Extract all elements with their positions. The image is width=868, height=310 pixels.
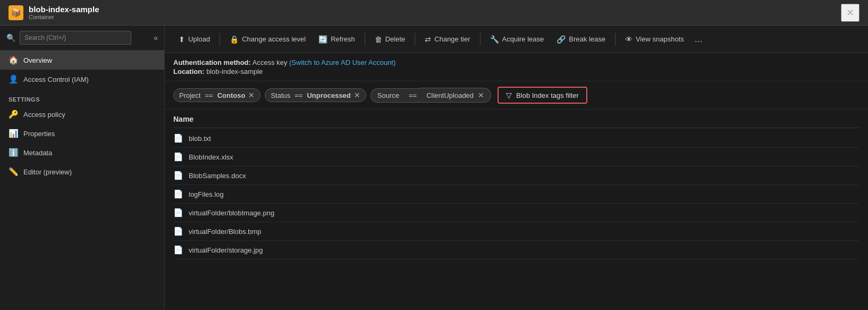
break-lease-button[interactable]: 🔗 Break lease [551,32,611,47]
search-icon: 🔍 [6,33,15,42]
project-filter-op: == [204,91,214,99]
upload-icon: ⬆ [179,35,185,44]
blob-index-btn-label: Blob Index tags filter [516,91,579,99]
change-tier-button[interactable]: ⇄ Change tier [419,32,475,47]
main-layout: 🔍 « 🏠 Overview 👤 Access Control (IAM) Se… [0,26,868,310]
change-access-level-label: Change access level [242,35,306,43]
source-filter-key[interactable]: Source [370,88,406,103]
editor-icon: ✏️ [9,167,18,177]
collapse-button[interactable]: « [154,33,158,42]
project-filter-key: Project [179,91,200,99]
upload-button[interactable]: ⬆ Upload [173,32,215,47]
filter-bar: Project == Contoso ✕ Status == Unprocess… [165,81,868,110]
metadata-icon: ℹ️ [9,148,18,157]
file-icon-1: 📄 [173,133,183,143]
refresh-icon: 🔄 [318,35,327,44]
change-tier-icon: ⇄ [425,35,431,44]
toolbar-separator-4 [480,33,481,46]
title-bar: 📦 blob-index-sample Container ✕ [0,0,868,26]
file-name-2: BlobIndex.xlsx [189,153,233,161]
toolbar-separator-1 [220,33,220,46]
source-filter-value: ClientUploaded [426,91,474,99]
search-input[interactable] [20,31,131,45]
sidebar-nav: 🏠 Overview 👤 Access Control (IAM) Settin… [0,51,164,310]
file-name-1: blob.txt [189,135,211,143]
auth-method-label: Authentication method: [173,58,251,66]
file-row[interactable]: 📄 logFiles.log [173,185,859,204]
container-icon: 📦 [9,5,23,20]
location-label: Location: [173,68,205,76]
file-row[interactable]: 📄 virtualFolder/Blobs.bmp [173,222,859,241]
toolbar-separator-5 [615,33,616,46]
refresh-label: Refresh [331,35,355,43]
app-subtitle: Container [29,14,99,20]
sidebar-item-iam[interactable]: 👤 Access Control (IAM) [0,70,164,89]
status-filter-close[interactable]: ✕ [354,91,360,99]
view-snapshots-icon: 👁 [625,35,633,44]
file-name-3: BlobSamples.docx [189,172,246,180]
file-row[interactable]: 📄 BlobIndex.xlsx [173,148,859,166]
file-name-5: virtualFolder/blobImage.png [189,209,274,217]
source-filter-op: == [406,88,420,103]
toolbar-separator-3 [415,33,415,46]
project-filter-value: Contoso [217,91,246,99]
file-row[interactable]: 📄 blob.txt [173,129,859,148]
sidebar-search-bar: 🔍 « [0,26,164,51]
location-value: blob-index-sample [206,68,263,76]
sidebar-item-editor[interactable]: ✏️ Editor (preview) [0,162,164,181]
properties-icon: 📊 [9,129,18,138]
app-title: blob-index-sample [29,5,99,14]
source-filter-close[interactable]: ✕ [478,91,484,99]
sidebar-item-access-policy[interactable]: 🔑 Access policy [0,105,164,124]
title-text: blob-index-sample Container [29,5,99,20]
sidebar-item-overview[interactable]: 🏠 Overview [0,51,164,70]
close-button[interactable]: ✕ [841,4,859,22]
acquire-lease-label: Acquire lease [502,35,544,43]
status-filter-op: == [293,91,304,99]
file-name-6: virtualFolder/Blobs.bmp [189,228,262,236]
toolbar: ⬆ Upload 🔒 Change access level 🔄 Refresh… [165,26,868,53]
toolbar-separator-2 [365,33,365,46]
sidebar-item-label-overview: Overview [23,56,52,64]
file-row[interactable]: 📄 virtualFolder/storage.jpg [173,241,859,259]
status-filter-value: Unprocessed [307,91,350,99]
status-filter-key: Status [271,91,290,99]
sidebar-item-label-metadata: Metadata [23,149,52,157]
more-options-button[interactable]: ... [692,31,706,47]
file-row[interactable]: 📄 BlobSamples.docx [173,166,859,185]
sidebar-item-label-editor: Editor (preview) [23,168,72,176]
switch-account-link[interactable]: (Switch to Azure AD User Account) [289,58,395,66]
settings-section-label: Settings [0,89,164,105]
project-filter-close[interactable]: ✕ [248,91,255,99]
filter-funnel-icon: ▽ [506,91,512,99]
project-filter-tag[interactable]: Project == Contoso ✕ [173,88,260,102]
name-column-header: Name [173,115,193,123]
iam-icon: 👤 [9,74,18,84]
file-icon-2: 📄 [173,152,183,162]
sidebar: 🔍 « 🏠 Overview 👤 Access Control (IAM) Se… [0,26,165,310]
sidebar-item-properties[interactable]: 📊 Properties [0,124,164,143]
file-row[interactable]: 📄 virtualFolder/blobImage.png [173,204,859,222]
delete-button[interactable]: 🗑 Delete [369,32,411,47]
upload-label: Upload [188,35,210,43]
change-access-level-button[interactable]: 🔒 Change access level [224,32,311,47]
change-tier-label: Change tier [434,35,470,43]
source-filter-group: Source == ClientUploaded ✕ [370,88,491,103]
status-filter-tag[interactable]: Status == Unprocessed ✕ [265,88,366,102]
source-filter-value-box[interactable]: ClientUploaded ✕ [420,88,491,103]
location-line: Location: blob-index-sample [173,68,859,76]
sidebar-item-metadata[interactable]: ℹ️ Metadata [0,143,164,162]
access-policy-icon: 🔑 [9,110,18,119]
overview-icon: 🏠 [9,55,18,65]
file-name-7: virtualFolder/storage.jpg [189,246,263,254]
auth-method-value: Access key [252,58,289,66]
refresh-button[interactable]: 🔄 Refresh [313,32,360,47]
blob-index-tags-filter-button[interactable]: ▽ Blob Index tags filter [498,87,587,104]
acquire-lease-button[interactable]: 🔧 Acquire lease [485,32,550,47]
view-snapshots-button[interactable]: 👁 View snapshots [620,32,689,47]
sidebar-item-label-iam: Access Control (IAM) [23,76,89,83]
file-icon-7: 📄 [173,245,183,255]
file-list-header: Name [173,110,859,128]
delete-label: Delete [385,35,406,43]
file-icon-3: 📄 [173,171,183,180]
